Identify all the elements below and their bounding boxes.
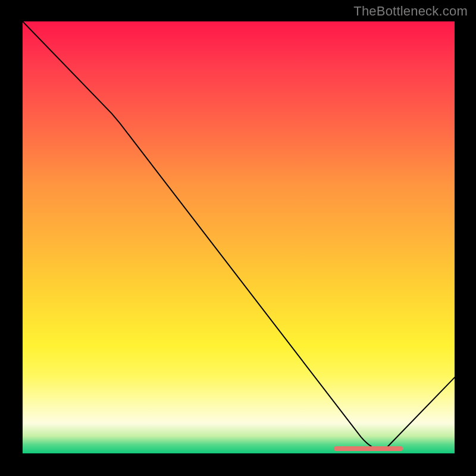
curve-layer (23, 21, 455, 453)
axes-frame (21, 21, 455, 455)
plot-area (23, 21, 455, 453)
bottleneck-curve-path (23, 21, 455, 450)
watermark-text: TheBottleneck.com (353, 4, 468, 19)
bottleneck-chart: TheBottleneck.com (0, 0, 476, 476)
sweet-spot-marker (334, 446, 403, 451)
